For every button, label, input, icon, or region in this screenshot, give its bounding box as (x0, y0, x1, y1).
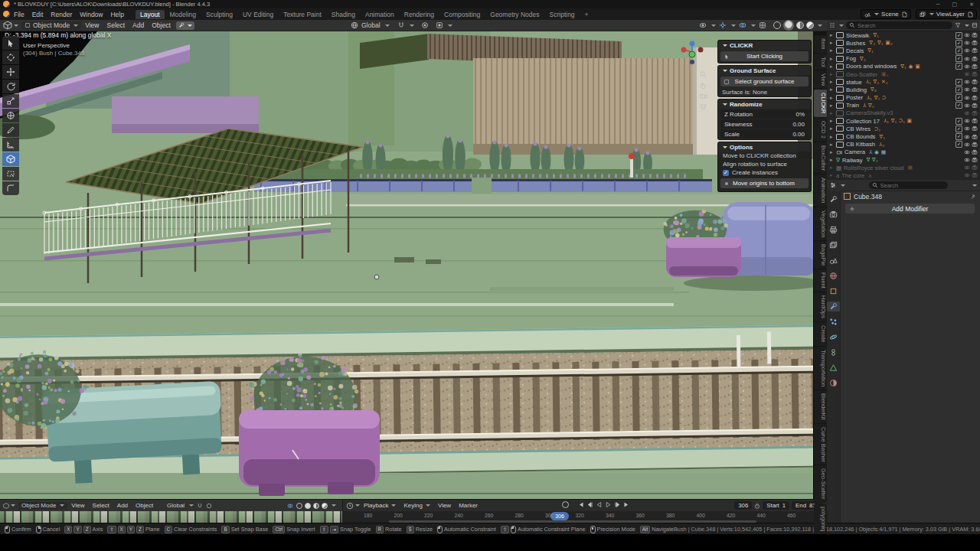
tool-annotate-button[interactable] (2, 123, 19, 137)
timeline-ruler[interactable]: 306 180200220240260280300320340360380400… (343, 511, 828, 523)
clickr-option-align-rotation-to-surface[interactable]: Align rotation to surface (718, 160, 811, 168)
tool-add-cube-button[interactable] (2, 152, 19, 166)
tab-constraints-icon[interactable] (828, 347, 839, 357)
disclosure-icon[interactable]: ▸ (830, 157, 836, 163)
render-camera-icon[interactable] (972, 165, 978, 171)
disclosure-icon[interactable]: ▸ (830, 172, 836, 178)
outliner-search-input[interactable] (858, 22, 949, 29)
sidebar-tab-fluent[interactable]: Fluent (814, 269, 827, 292)
snap-magnet-icon[interactable] (197, 503, 203, 509)
visibility-checkbox[interactable]: ✓ (956, 40, 962, 47)
render-camera-icon[interactable] (972, 86, 978, 93)
gizmos-icon[interactable] (719, 21, 727, 29)
workspace-tab-animation[interactable]: Animation (361, 10, 399, 19)
new-scene-icon[interactable] (901, 11, 907, 18)
sidebar-tab-boxcutter[interactable]: BoxCutter (814, 142, 827, 174)
tool-move-button[interactable] (2, 65, 19, 79)
disclosure-icon[interactable]: ▸ (830, 40, 836, 46)
eye-icon[interactable] (964, 79, 970, 85)
add-modifier-button[interactable]: Add Modifier (845, 204, 975, 214)
outliner-row-building[interactable]: ▸Building∇₈✓ (827, 86, 980, 93)
current-frame-field[interactable]: 306 (734, 501, 752, 510)
pin-icon[interactable] (970, 194, 976, 200)
secondary-viewport[interactable]: Object Mode ViewSelectAddObject Global (0, 499, 342, 523)
visibility-checkbox[interactable]: ✓ (956, 126, 962, 132)
tool-box-select-button[interactable] (2, 167, 19, 181)
eye-icon[interactable] (964, 134, 970, 140)
scene-selector[interactable]: Scene (861, 9, 911, 19)
overlays-icon[interactable] (287, 503, 293, 509)
frame-start-field[interactable]: Start1 (763, 501, 789, 510)
chevron-down-icon[interactable] (332, 504, 336, 507)
chevron-down-icon[interactable] (972, 184, 977, 187)
chevron-down-icon[interactable] (385, 24, 390, 27)
tab-modifiers-icon[interactable] (827, 302, 840, 311)
shading-solid-active[interactable] (783, 20, 794, 31)
sidebar-tab-item[interactable]: Item (814, 35, 827, 53)
mode-selector[interactable]: Object Mode (21, 21, 81, 30)
disclosure-icon[interactable]: ▸ (830, 71, 836, 77)
chevron-down-icon[interactable] (14, 24, 18, 27)
tool-cursor-button[interactable] (2, 51, 19, 64)
timeline-menu-view[interactable]: View (438, 502, 451, 509)
render-camera-icon[interactable] (972, 172, 978, 178)
active-tool-dropdown[interactable] (176, 21, 194, 30)
workspace-tab-scripting[interactable]: Scripting (545, 10, 580, 19)
record-icon[interactable] (562, 501, 569, 508)
eye-icon[interactable] (964, 64, 970, 70)
mode-selector[interactable]: Object Mode (18, 502, 67, 510)
viewport-menu-add[interactable]: Add (132, 21, 144, 29)
sidebar-tab-hardops[interactable]: HardOps (814, 292, 827, 321)
sidebar-tab-view[interactable]: View (814, 70, 827, 89)
minimize-button[interactable]: ─ (936, 2, 940, 8)
visibility-checkbox[interactable]: ✓ (956, 55, 962, 62)
move-origins-button[interactable]: Move origins to bottom (720, 178, 808, 188)
start-clicking-button[interactable]: Start Clicking (720, 51, 808, 61)
chevron-down-icon[interactable] (711, 24, 716, 27)
next-keyframe-button[interactable] (614, 501, 621, 508)
chevron-down-icon[interactable] (410, 24, 414, 27)
visibility-checkbox[interactable]: ✓ (956, 118, 962, 125)
render-camera-icon[interactable] (972, 149, 978, 155)
properties-search[interactable] (869, 181, 948, 189)
secondary-viewport-scene[interactable] (0, 511, 342, 523)
viewport-menu-object[interactable]: Object (152, 21, 171, 29)
prev-keyframe-button[interactable] (586, 501, 593, 508)
proportional-edit-icon[interactable] (206, 503, 212, 509)
secondary-menu-select[interactable]: Select (93, 502, 109, 509)
tab-world-icon[interactable] (828, 271, 839, 281)
xray-toggle-icon[interactable] (759, 21, 766, 29)
clickr-panel-header[interactable]: CLICKR (718, 41, 811, 50)
shading-wireframe-icon[interactable] (773, 21, 781, 29)
play-button[interactable] (605, 501, 612, 508)
render-camera-icon[interactable] (972, 95, 978, 101)
visibility-checkbox[interactable]: ✓ (956, 63, 962, 70)
render-camera-icon[interactable] (972, 103, 978, 109)
shading-rendered-icon[interactable] (806, 21, 814, 29)
sidebar-tab-blenderkit[interactable]: BlenderKit (814, 390, 827, 423)
secondary-menu-object[interactable]: Object (136, 502, 153, 509)
eye-icon[interactable] (964, 126, 970, 132)
pan-hand-icon[interactable] (699, 81, 707, 90)
filter-icon[interactable] (955, 22, 961, 28)
outliner-row-sidewalk[interactable]: ▸Sidewalk∇₁✓ (827, 31, 980, 39)
sidebar-tab-vegetation[interactable]: Vegetation (814, 207, 827, 240)
workspace-tab-geometry-nodes[interactable]: Geometry Nodes (485, 10, 544, 19)
tab-object-icon[interactable] (828, 286, 839, 296)
sidebar-tab-ocd-2[interactable]: OCD 2 (814, 118, 827, 142)
visibility-checkbox[interactable]: ✓ (956, 133, 962, 140)
outliner-row-geo-scatter[interactable]: ▸Geo-Scatter▣₄ (827, 70, 980, 78)
chevron-down-icon[interactable] (11, 504, 15, 507)
chevron-down-icon[interactable] (839, 24, 844, 27)
visibility-icon[interactable] (699, 21, 707, 29)
ground-surface-header[interactable]: Ground Surface (718, 66, 811, 75)
visibility-checkbox[interactable]: ✓ (956, 94, 962, 101)
sidebar-tab-transportation[interactable]: Transportation (814, 347, 827, 390)
stopwatch-icon[interactable] (754, 503, 760, 509)
zoom-icon[interactable] (699, 70, 707, 79)
render-camera-icon[interactable] (972, 71, 978, 77)
disclosure-icon[interactable]: ▸ (830, 95, 836, 101)
sidebar-tab-animation[interactable]: Animation (814, 174, 827, 206)
tab-material-icon[interactable] (828, 378, 839, 388)
snap-magnet-icon[interactable] (397, 21, 405, 29)
